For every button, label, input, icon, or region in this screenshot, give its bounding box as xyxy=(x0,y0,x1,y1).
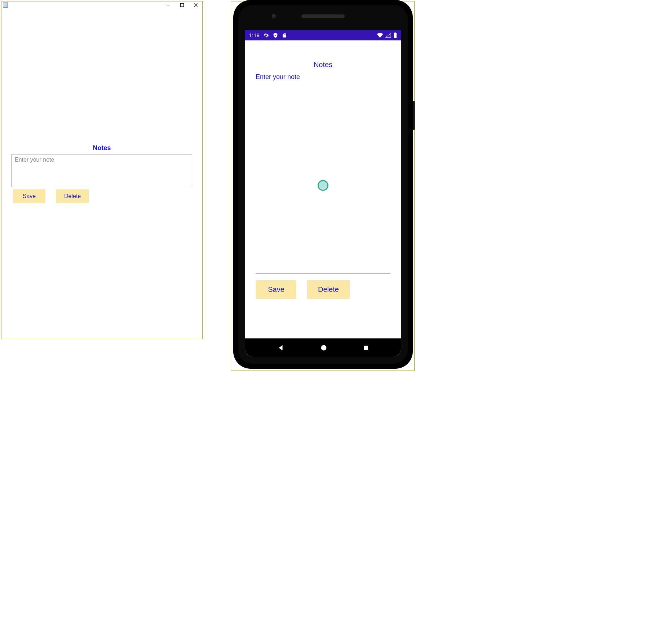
svg-rect-1 xyxy=(181,4,184,7)
signal-icon xyxy=(385,33,391,38)
phone-body: 1:19 Notes Enter your note xyxy=(233,0,413,369)
nav-home-button[interactable] xyxy=(320,344,327,351)
svg-point-4 xyxy=(321,345,327,351)
note-input[interactable] xyxy=(12,154,192,187)
close-button[interactable] xyxy=(192,2,199,8)
notes-heading: Notes xyxy=(12,144,192,152)
note-input-area[interactable]: Enter your note xyxy=(256,73,390,274)
window-titlebar xyxy=(1,1,202,9)
delete-button[interactable]: Delete xyxy=(307,280,350,299)
note-input[interactable] xyxy=(256,74,390,272)
nav-back-icon xyxy=(277,344,285,352)
nav-recent-button[interactable] xyxy=(363,345,369,351)
window-controls xyxy=(165,2,202,8)
close-icon xyxy=(194,3,198,7)
phone-frame-wrap: 1:19 Notes Enter your note xyxy=(231,1,415,371)
save-button[interactable]: Save xyxy=(256,280,296,299)
app-icon xyxy=(3,3,8,8)
nav-recent-icon xyxy=(363,345,369,351)
save-button[interactable]: Save xyxy=(13,189,45,203)
maximize-button[interactable] xyxy=(178,2,186,8)
nav-home-icon xyxy=(320,344,327,351)
status-right xyxy=(377,32,397,38)
phone-camera xyxy=(271,14,277,19)
phone-inner: 1:19 Notes Enter your note xyxy=(238,5,408,364)
phone-screen: 1:19 Notes Enter your note xyxy=(245,30,401,357)
gear-icon xyxy=(263,32,269,38)
android-navbar xyxy=(245,338,401,357)
svg-rect-5 xyxy=(364,346,368,350)
maximize-icon xyxy=(180,3,184,7)
status-left: 1:19 xyxy=(249,32,287,38)
desktop-content: Notes Save Delete xyxy=(1,9,202,339)
minimize-button[interactable] xyxy=(165,2,172,8)
sd-card-icon xyxy=(282,32,287,38)
button-row: Save Delete xyxy=(12,189,192,203)
touch-indicator-icon xyxy=(318,180,328,191)
battery-icon xyxy=(393,32,397,38)
button-row: Save Delete xyxy=(256,280,390,299)
wifi-icon xyxy=(377,33,383,38)
desktop-window: Notes Save Delete xyxy=(1,1,203,339)
nav-back-button[interactable] xyxy=(277,344,285,352)
notes-heading: Notes xyxy=(256,61,390,69)
phone-content: Notes Enter your note Save Delete xyxy=(245,40,401,338)
note-placeholder: Enter your note xyxy=(256,73,300,81)
shield-icon xyxy=(273,32,278,38)
status-bar: 1:19 xyxy=(245,30,401,40)
phone-speaker xyxy=(301,14,345,18)
status-clock: 1:19 xyxy=(249,32,260,38)
phone-power-button xyxy=(413,101,415,130)
delete-button[interactable]: Delete xyxy=(56,189,89,203)
minimize-icon xyxy=(166,3,171,7)
